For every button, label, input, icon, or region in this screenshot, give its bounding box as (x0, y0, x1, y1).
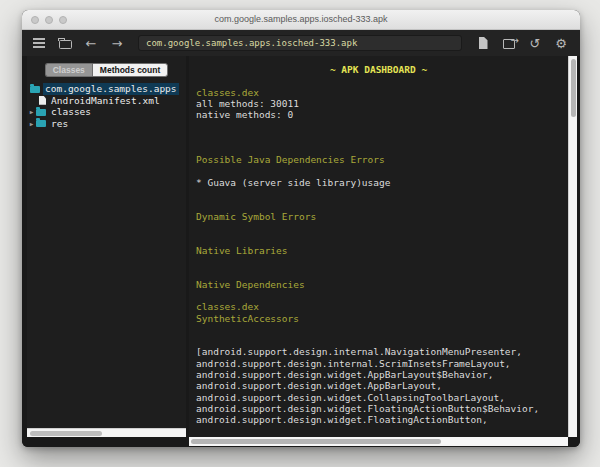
app-window: com.google.samples.apps.iosched-333.apk … (22, 10, 580, 447)
dashboard-line: android.support.design.widget.FloatingAc… (189, 414, 568, 425)
dashboard-line: android.support.design.widget.Collapsing… (189, 392, 568, 403)
folder-outline-icon (59, 40, 72, 49)
export-icon[interactable] (502, 36, 516, 50)
dashboard-line: Possible Java Dependencies Errors (189, 154, 568, 165)
view-tabs: Classes Methods count (27, 63, 186, 77)
tree-item-label[interactable]: com.google.samples.apps (43, 83, 179, 95)
dashboard-hscrollbar-thumb[interactable] (191, 439, 441, 445)
tree-item-label[interactable]: AndroidManifest.xml (49, 95, 162, 107)
dashboard-line: android.support.design.internal.ScrimIns… (189, 358, 568, 369)
tree-item-com-google-samples-apps[interactable]: com.google.samples.apps (27, 83, 186, 95)
dashboard-line: SyntheticAccessors (189, 313, 568, 324)
dashboard-line (189, 324, 568, 335)
expander-icon[interactable]: ▶ (27, 118, 36, 129)
dashboard-line (189, 256, 568, 267)
tab-methods-count[interactable]: Methods count (92, 63, 168, 77)
apk-path-field[interactable]: com.google.samples.apps.iosched-333.apk (138, 35, 462, 51)
dashboard-line: Dynamic Symbol Errors (189, 211, 568, 222)
dashboard-line: [android.support.design.internal.Navigat… (189, 346, 568, 357)
dashboard-line (189, 166, 568, 177)
dashboard-line (189, 120, 568, 131)
document-glyph (479, 37, 488, 49)
dashboard-vscrollbar[interactable] (568, 56, 577, 437)
history-icon[interactable]: ↺ (528, 36, 542, 50)
folder-icon (30, 86, 40, 93)
dashboard-line (189, 267, 568, 278)
document-icon[interactable] (476, 36, 490, 50)
dashboard-panel: ~ APK DASHBOARD ~classes.dexall methods:… (189, 56, 568, 437)
tree-item-res[interactable]: ▶res (27, 118, 186, 130)
tree-item-label[interactable]: res (49, 118, 70, 130)
dashboard-line (189, 222, 568, 233)
dashboard-line: classes.dex (189, 87, 568, 98)
tree-item-classes[interactable]: ▶classes (27, 106, 186, 118)
expander-icon[interactable]: ▶ (27, 106, 36, 117)
menu-icon[interactable] (32, 36, 46, 50)
tree-item-label[interactable]: classes (49, 106, 93, 118)
dashboard-hscrollbar[interactable] (189, 437, 568, 446)
titlebar: com.google.samples.apps.iosched-333.apk (22, 10, 580, 30)
dashboard-line: * Guava (server side library)usage (189, 177, 568, 188)
content-area: Classes Methods count com.google.samples… (22, 56, 580, 447)
tree-item-androidmanifest-xml[interactable]: AndroidManifest.xml (27, 95, 186, 107)
window-title: com.google.samples.apps.iosched-333.apk (22, 14, 580, 24)
dashboard-line (189, 290, 568, 301)
dashboard-output: ~ APK DASHBOARD ~classes.dexall methods:… (189, 64, 568, 426)
dashboard-line: all methods: 30011 (189, 98, 568, 109)
tab-classes[interactable]: Classes (45, 63, 92, 77)
folder-icon (36, 109, 46, 116)
left-panel-hscrollbar-thumb[interactable] (30, 431, 102, 437)
file-tree: com.google.samples.appsAndroidManifest.x… (27, 83, 186, 129)
dashboard-line: classes.dex (189, 301, 568, 312)
left-panel-hscrollbar[interactable] (27, 428, 186, 437)
dashboard-line (189, 335, 568, 346)
dashboard-line: android.support.design.widget.AppBarLayo… (189, 380, 568, 391)
open-folder-icon[interactable] (58, 36, 72, 50)
dashboard-line: Native Dependencies (189, 279, 568, 290)
folder-icon (36, 120, 46, 127)
dashboard-line (189, 188, 568, 199)
toolbar: ← → com.google.samples.apps.iosched-333.… (22, 30, 580, 56)
gear-icon[interactable]: ⚙ (554, 36, 568, 50)
back-arrow-icon[interactable]: ← (84, 36, 98, 50)
file-icon (39, 96, 46, 105)
forward-arrow-icon[interactable]: → (110, 36, 124, 50)
desktop: com.google.samples.apps.iosched-333.apk … (0, 0, 600, 467)
dashboard-vscrollbar-thumb[interactable] (571, 59, 577, 117)
dashboard-line: ~ APK DASHBOARD ~ (189, 64, 568, 75)
dashboard-line (189, 75, 568, 86)
dashboard-line: android.support.design.widget.FloatingAc… (189, 403, 568, 414)
export-glyph (503, 39, 515, 49)
dashboard-line: native methods: 0 (189, 109, 568, 120)
hamburger-icon (33, 38, 45, 48)
dashboard-line (189, 132, 568, 143)
dashboard-line (189, 143, 568, 154)
dashboard-line: Native Libraries (189, 245, 568, 256)
dashboard-line (189, 200, 568, 211)
dashboard-line (189, 233, 568, 244)
left-panel: Classes Methods count com.google.samples… (27, 56, 186, 437)
dashboard-line: android.support.design.widget.AppBarLayo… (189, 369, 568, 380)
